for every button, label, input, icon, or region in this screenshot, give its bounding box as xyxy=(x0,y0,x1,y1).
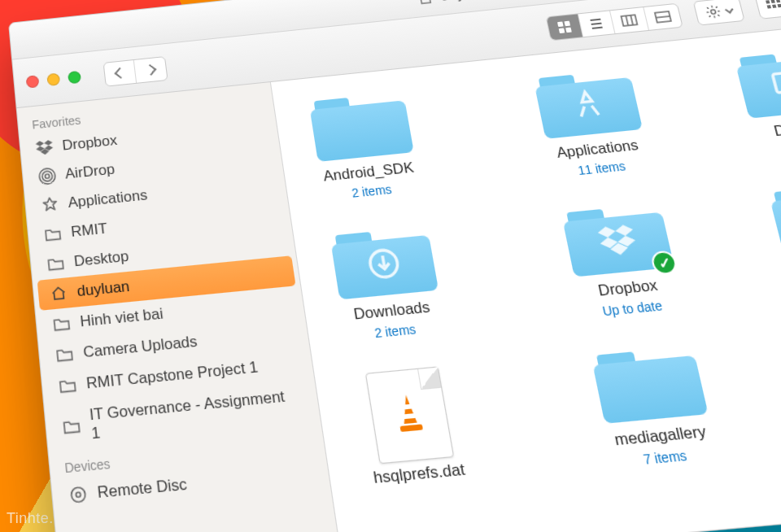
item-meta: 2 items xyxy=(351,182,393,200)
dropbox-glyph-icon xyxy=(596,224,641,264)
chevron-down-icon xyxy=(725,6,734,14)
folder-icon xyxy=(55,347,76,363)
folder-icon xyxy=(46,255,66,272)
svg-point-24 xyxy=(71,487,86,503)
file-item-hsqlprefs[interactable]: hsqlprefs.dat xyxy=(324,363,501,495)
svg-rect-29 xyxy=(402,403,414,409)
svg-line-6 xyxy=(592,27,603,28)
window-title: duyluan xyxy=(439,0,493,4)
home-icon xyxy=(416,0,435,7)
sidebar-item-label: Desktop xyxy=(73,248,129,271)
close-window-button[interactable] xyxy=(26,75,40,88)
folder-icon xyxy=(590,342,709,428)
list-view-button[interactable] xyxy=(578,11,615,37)
sidebar-item-label: Dropbox xyxy=(62,132,118,154)
folder-item-desktop[interactable]: Desktop No items xyxy=(733,45,781,159)
svg-rect-18 xyxy=(777,3,781,7)
action-menu-button[interactable] xyxy=(693,0,745,25)
folder-item-applications[interactable]: Applications 11 items xyxy=(506,63,678,182)
svg-point-22 xyxy=(41,171,52,181)
sidebar-item-label: Hinh viet bai xyxy=(79,305,164,331)
folder-icon xyxy=(43,226,63,242)
disc-icon xyxy=(68,484,89,505)
nav-back-forward xyxy=(103,56,168,87)
folder-icon: ✓ xyxy=(561,200,675,281)
folder-icon xyxy=(329,223,439,303)
item-name: hsqlprefs.dat xyxy=(373,460,467,488)
svg-rect-1 xyxy=(564,20,570,26)
desktop-glyph-icon xyxy=(768,68,781,107)
svg-point-12 xyxy=(710,9,716,14)
icon-view-button[interactable] xyxy=(547,14,583,40)
svg-line-4 xyxy=(591,19,601,20)
sync-ok-badge: ✓ xyxy=(650,250,679,276)
item-meta: 2 items xyxy=(373,322,417,341)
sidebar-item-label: Camera Uploads xyxy=(82,333,199,362)
svg-rect-0 xyxy=(557,21,564,27)
svg-rect-26 xyxy=(772,72,781,93)
sidebar-item-label: Remote Disc xyxy=(97,475,189,503)
item-meta: 11 items xyxy=(577,159,627,178)
item-name: Downloads xyxy=(352,299,431,324)
folder-icon xyxy=(308,89,415,165)
arrange-menu-button[interactable] xyxy=(754,0,781,19)
svg-point-23 xyxy=(39,168,56,185)
sidebar-item-label: duyluan xyxy=(76,278,131,301)
folder-item-dw[interactable]: dw No xyxy=(767,179,781,300)
forward-button[interactable] xyxy=(134,57,168,83)
minimize-window-button[interactable] xyxy=(46,73,60,86)
zoom-window-button[interactable] xyxy=(68,71,81,84)
folder-item-downloads[interactable]: Downloads 2 items xyxy=(303,220,473,347)
content-area[interactable]: Android_SDK 2 items Applications 11 item… xyxy=(271,15,781,532)
svg-rect-31 xyxy=(400,424,423,432)
item-meta: Up to date xyxy=(601,299,664,319)
svg-line-9 xyxy=(630,15,633,24)
coverflow-view-button[interactable] xyxy=(644,3,682,29)
folder-item-dropbox[interactable]: ✓ Dropbox Up to date xyxy=(534,197,713,323)
svg-rect-14 xyxy=(770,0,774,2)
folder-icon xyxy=(57,377,78,394)
home-icon xyxy=(48,285,69,303)
finder-window: duyluan xyxy=(8,0,781,532)
column-view-button[interactable] xyxy=(610,7,649,33)
svg-rect-17 xyxy=(772,4,776,7)
item-name: Desktop xyxy=(772,118,781,141)
item-name: mediagallery xyxy=(613,422,708,450)
svg-rect-3 xyxy=(565,27,572,33)
folder-item-mediagallery[interactable]: mediagallery 7 items xyxy=(562,340,748,473)
folder-icon xyxy=(733,45,781,121)
airdrop-icon xyxy=(37,167,58,185)
file-icon xyxy=(365,366,454,464)
svg-point-21 xyxy=(45,174,50,179)
app-glyph-icon xyxy=(566,86,610,130)
svg-rect-15 xyxy=(776,0,780,2)
svg-line-8 xyxy=(626,15,628,25)
dropbox-icon xyxy=(34,139,55,156)
folder-icon xyxy=(61,418,82,435)
svg-rect-2 xyxy=(559,28,565,33)
folder-icon xyxy=(532,66,644,142)
sidebar-item-label: Applications xyxy=(68,187,149,212)
download-glyph-icon xyxy=(365,246,404,289)
svg-rect-13 xyxy=(766,0,770,3)
back-button[interactable] xyxy=(104,59,137,85)
applications-icon xyxy=(40,195,60,214)
item-meta: 7 items xyxy=(642,447,688,467)
svg-line-5 xyxy=(591,23,602,24)
item-name: Dropbox xyxy=(596,277,659,300)
svg-line-11 xyxy=(656,15,670,17)
svg-rect-7 xyxy=(621,15,637,26)
vlc-cone-icon xyxy=(389,390,430,440)
svg-rect-16 xyxy=(767,5,771,8)
svg-point-25 xyxy=(76,492,81,497)
sidebar-item-label: RMIT xyxy=(70,220,108,242)
folder-item-android-sdk[interactable]: Android_SDK 2 items xyxy=(282,86,447,206)
folder-icon xyxy=(51,316,72,332)
item-name: Applications xyxy=(555,137,639,162)
folder-icon xyxy=(767,179,781,259)
sidebar-item-label: AirDrop xyxy=(64,161,116,183)
view-switcher xyxy=(546,2,683,41)
